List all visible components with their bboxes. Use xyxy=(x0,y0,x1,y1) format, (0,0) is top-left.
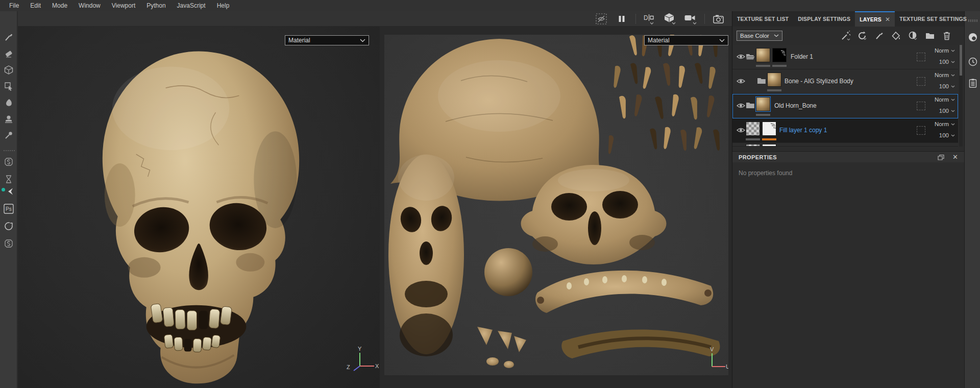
tab-display-settings[interactable]: DISPLAY SETTINGS xyxy=(793,11,855,27)
layers-scrollbar[interactable] xyxy=(959,45,963,147)
detach-panel-icon[interactable] xyxy=(938,154,944,160)
fill-layer-icon xyxy=(891,31,901,41)
layer-row-old-horn-bone[interactable]: Old Horn_Bone Norm 100 xyxy=(732,94,958,118)
tab-layers[interactable]: LAYERS ✕ xyxy=(855,11,895,27)
folder-icon[interactable] xyxy=(746,102,755,109)
substance-source-icon xyxy=(4,157,14,167)
blend-mode-dropdown[interactable]: Norm xyxy=(935,121,955,127)
color-picker-tool[interactable] xyxy=(2,129,15,142)
substance-share-icon xyxy=(4,238,14,249)
substance-source-button[interactable] xyxy=(2,155,15,168)
history-dock-button[interactable] xyxy=(2,173,15,186)
menu-javascript[interactable]: JavaScript xyxy=(172,1,211,10)
polygon-fill-tool[interactable] xyxy=(2,80,15,93)
add-effect-button[interactable] xyxy=(841,31,851,41)
menu-file[interactable]: File xyxy=(4,1,24,10)
skull-3d-render xyxy=(18,27,380,388)
channel-dropdown[interactable]: Base Color xyxy=(737,31,782,41)
display-settings-shelf-button[interactable] xyxy=(967,32,978,43)
camera-icon xyxy=(684,13,697,25)
visibility-eye-icon[interactable] xyxy=(737,103,745,109)
dock-separator xyxy=(4,150,15,151)
shading-mode-dropdown-2d[interactable]: Material xyxy=(644,35,728,45)
properties-empty-message: No properties found xyxy=(739,169,792,177)
view-layout-button[interactable]: D xyxy=(643,13,656,25)
content-indicator-bar xyxy=(767,89,781,91)
smudge-tool[interactable] xyxy=(2,96,15,109)
blend-mode-dropdown[interactable]: Norm xyxy=(935,96,955,103)
menu-mode[interactable]: Mode xyxy=(47,1,72,10)
camera-settings-button[interactable] xyxy=(684,13,697,25)
add-smart-material-button[interactable] xyxy=(857,31,868,41)
tab-texture-set-settings[interactable]: TEXTURE SET SETTINGS xyxy=(895,11,971,27)
opacity-dropdown[interactable]: 100 xyxy=(939,83,955,89)
viewport-2d[interactable]: Material xyxy=(384,35,728,375)
layer-thumbnail[interactable] xyxy=(756,48,770,62)
opacity-dropdown[interactable]: 100 xyxy=(939,108,955,114)
smart-mask-icon xyxy=(908,31,918,41)
shading-mode-dropdown-3d[interactable]: Material xyxy=(285,35,369,45)
chevron-down-icon xyxy=(951,123,955,126)
uv-face-island xyxy=(388,154,464,356)
clone-stamp-tool[interactable] xyxy=(2,112,15,126)
layer-row-bone-aig[interactable]: Bone - AIG Stylized Body Norm 100 xyxy=(732,69,958,94)
eyedropper-icon xyxy=(4,130,14,140)
projection-tool[interactable] xyxy=(2,63,15,77)
pause-engine-button[interactable] xyxy=(615,13,628,25)
add-paint-layer-button[interactable] xyxy=(874,31,885,41)
resources-updater-button[interactable] xyxy=(2,220,15,233)
menu-help[interactable]: Help xyxy=(212,1,235,10)
close-tab-icon[interactable]: ✕ xyxy=(885,16,890,23)
menu-edit[interactable]: Edit xyxy=(25,1,46,10)
asset-preview-button[interactable] xyxy=(4,185,17,198)
eraser-tool[interactable] xyxy=(2,47,15,60)
resources-icon xyxy=(4,221,14,231)
close-panel-icon[interactable]: ✕ xyxy=(952,153,958,161)
shading-mode-button[interactable] xyxy=(664,13,677,25)
mask-thumbnail[interactable] xyxy=(762,122,776,136)
add-group-button[interactable] xyxy=(925,31,935,41)
layer-thumbnail[interactable] xyxy=(746,122,760,136)
asset-preview-icon xyxy=(6,186,16,197)
menu-python[interactable]: Python xyxy=(141,1,170,10)
layers-toolbar: Base Color xyxy=(732,28,964,43)
paint-layer-icon xyxy=(875,31,884,40)
viewport-3d[interactable]: Material xyxy=(18,27,380,388)
toolbar-separator xyxy=(635,14,636,24)
delete-layer-button[interactable] xyxy=(942,31,952,41)
photoshop-export-button[interactable]: Ps xyxy=(2,202,15,215)
scrollbar-thumb[interactable] xyxy=(960,45,962,76)
symmetry-toggle-button[interactable] xyxy=(595,13,608,25)
texture-set-list-shelf-button[interactable] xyxy=(967,78,978,89)
blend-mode-dropdown[interactable]: Norm xyxy=(935,47,955,54)
panel-divider[interactable] xyxy=(732,11,732,388)
axis-gizmo-3d: Y X Z xyxy=(345,346,379,377)
chevron-down-icon xyxy=(719,39,725,42)
layer-row-partial[interactable] xyxy=(732,143,958,147)
open-folder-icon[interactable] xyxy=(746,53,755,60)
opacity-dropdown[interactable]: 100 xyxy=(939,132,955,138)
history-shelf-button[interactable] xyxy=(967,56,978,67)
folder-icon[interactable] xyxy=(757,77,766,84)
opacity-dropdown[interactable]: 100 xyxy=(939,59,955,65)
mask-thumbnail[interactable] xyxy=(772,48,787,62)
layer-row-folder-1[interactable]: Folder 1 Norm 100 xyxy=(732,45,958,69)
paint-brush-tool[interactable] xyxy=(2,31,15,44)
tab-texture-set-list[interactable]: TEXTURE SET LIST xyxy=(732,11,793,27)
left-tool-strip: Ps xyxy=(0,11,17,388)
add-fill-layer-button[interactable] xyxy=(891,31,901,41)
chevron-down-icon xyxy=(951,110,955,112)
menu-window[interactable]: Window xyxy=(74,1,106,10)
axis-gizmo-2d: V U xyxy=(706,346,728,373)
layer-thumbnail[interactable] xyxy=(767,72,781,87)
visibility-eye-icon[interactable] xyxy=(737,54,745,60)
screenshot-button[interactable] xyxy=(712,13,725,25)
layer-thumbnail-selected[interactable] xyxy=(756,97,770,111)
visibility-eye-icon[interactable] xyxy=(737,78,745,84)
visibility-eye-icon[interactable] xyxy=(737,127,745,133)
layer-row-fill-layer[interactable]: Fill layer 1 copy 1 Norm 100 xyxy=(732,118,958,143)
substance-share-button[interactable] xyxy=(2,237,15,250)
blend-mode-dropdown[interactable]: Norm xyxy=(935,72,955,78)
menu-viewport[interactable]: Viewport xyxy=(107,1,140,10)
add-smart-mask-button[interactable] xyxy=(908,31,918,41)
